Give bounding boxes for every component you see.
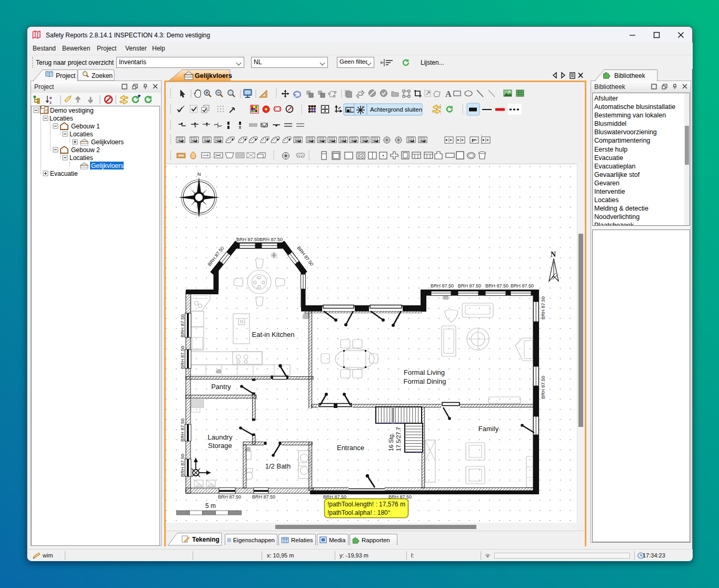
svg-text:A: A	[445, 89, 452, 98]
svg-text:Locaties: Locaties	[49, 115, 73, 122]
svg-text:1/2 Bath: 1/2 Bath	[265, 462, 291, 470]
svg-text:5 m: 5 m	[205, 502, 216, 510]
svg-text:Gebouw 1: Gebouw 1	[71, 123, 100, 130]
svg-text:Zoeken: Zoeken	[92, 72, 113, 79]
svg-text:!pathTool.length! : 17,576 m: !pathTool.length! : 17,576 m	[327, 501, 405, 508]
svg-text:BRH 87.50: BRH 87.50	[180, 418, 185, 442]
svg-text:N: N	[551, 251, 556, 258]
svg-text:BRH 87.50: BRH 87.50	[485, 283, 508, 288]
svg-text:BRH 87.50: BRH 87.50	[180, 346, 185, 369]
svg-text:BRH 87.50: BRH 87.50	[252, 494, 275, 500]
svg-text:16 Stg.: 16 Stg.	[388, 433, 394, 451]
svg-text:Locaties: Locaties	[69, 131, 93, 138]
svg-text:BRH 87.50: BRH 87.50	[431, 283, 454, 288]
svg-text:Formal Dining: Formal Dining	[404, 377, 446, 385]
svg-text:Evacuatie: Evacuatie	[50, 170, 78, 177]
svg-text:Entrance: Entrance	[337, 444, 364, 452]
svg-text:Achtergrond sluiten: Achtergrond sluiten	[370, 106, 422, 113]
svg-text:BRH 87.50: BRH 87.50	[541, 376, 546, 399]
svg-text:Eat-in Kitchen: Eat-in Kitchen	[252, 331, 295, 338]
svg-text:Gelijkvloers: Gelijkvloers	[91, 138, 124, 146]
svg-text:Locaties: Locaties	[69, 154, 93, 162]
svg-text:BRH 87.50BRH 87.50: BRH 87.50BRH 87.50	[236, 237, 283, 242]
svg-text:Tekening: Tekening	[192, 536, 219, 543]
svg-text:a: a	[49, 95, 52, 100]
svg-text:Laundry: Laundry	[208, 433, 233, 441]
svg-text:Gelijkvloers: Gelijkvloers	[195, 72, 232, 79]
svg-text:Formal Living: Formal Living	[404, 368, 445, 376]
svg-text:BRH 87.50: BRH 87.50	[180, 454, 185, 477]
svg-text:Bibliotheek: Bibliotheek	[614, 72, 646, 79]
svg-text:Demo vestiging: Demo vestiging	[50, 107, 94, 114]
svg-text:BRH 87.50: BRH 87.50	[511, 283, 534, 288]
svg-text:!pathTool.alpha! : 180°: !pathTool.alpha! : 180°	[327, 509, 391, 516]
svg-text:Pantry: Pantry	[211, 383, 231, 391]
svg-text:N: N	[362, 105, 364, 108]
svg-text:BRH 87.50: BRH 87.50	[458, 283, 481, 288]
svg-text:BRH 87.50: BRH 87.50	[218, 494, 241, 500]
svg-text:Family: Family	[478, 425, 499, 433]
svg-text:P: P	[472, 138, 475, 143]
svg-text:Storage: Storage	[208, 442, 232, 450]
svg-text:17.5/27.7: 17.5/27.7	[395, 427, 402, 451]
svg-text:Project: Project	[56, 72, 76, 79]
svg-text:BRH 87.50: BRH 87.50	[180, 314, 185, 337]
svg-text:Gelijkvloers: Gelijkvloers	[91, 162, 124, 170]
svg-text:BRH 87.50: BRH 87.50	[541, 296, 546, 320]
svg-text:Gebouw 2: Gebouw 2	[71, 146, 100, 154]
svg-text:N: N	[197, 172, 201, 177]
